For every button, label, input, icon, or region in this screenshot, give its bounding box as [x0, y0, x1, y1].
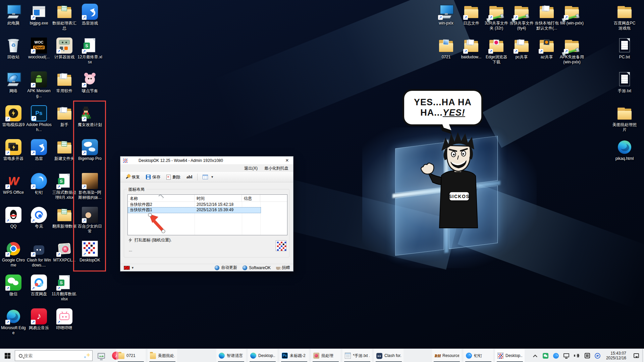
tray-ime[interactable] — [583, 349, 591, 362]
taskbar-button[interactable]: 智谱清言 ... — [216, 349, 246, 362]
desktop-icon[interactable]: ↗ 网易云音乐 — [26, 307, 52, 341]
desktop-icon[interactable]: ↗ Microsoft Edge — [1, 307, 26, 341]
desktop-icon[interactable]: ↗ 三段式数据处理8月.xlsx — [52, 172, 77, 206]
taskbar-button[interactable]: Resource... — [432, 349, 462, 362]
menu-exit[interactable]: 退出(X) — [244, 166, 258, 171]
desktop-icon[interactable]: ↗ 美图批处理照片 — [612, 104, 637, 138]
desktop-icon[interactable]: ↗ 新手 — [52, 104, 77, 138]
desktop-icon[interactable]: ↗ 手游.txt — [612, 70, 637, 104]
desktop-icon[interactable]: ↗ 翻库新增数据 — [52, 206, 77, 240]
desktop-icon[interactable]: ↗ pikaq.html — [612, 138, 637, 172]
tray-network[interactable] — [562, 349, 571, 362]
desktop-icon[interactable]: ↗ 网络 — [1, 70, 26, 104]
desktop-icon[interactable]: ↗ 日志文件 — [459, 3, 484, 37]
desktop-icon[interactable]: ↗ Bigemap Pro — [77, 138, 103, 172]
taskbar-button[interactable]: Desktop... — [495, 349, 525, 362]
desktop-icon[interactable]: ↗ az共享 — [534, 37, 559, 70]
close-button[interactable]: ✕ — [281, 157, 293, 165]
shortcut-arrow-icon: ↗ — [564, 49, 569, 54]
desktop-icon[interactable]: ↗ 雷电多开器 — [1, 138, 26, 172]
menu-minimize-to-tray[interactable]: 最小化到托盘 — [264, 166, 288, 171]
desktop-icon[interactable]: ↗ 魔女改造计划 — [77, 104, 103, 138]
desktop-icon[interactable]: ↗ bigjpg.exe — [26, 3, 52, 37]
taskbar-button[interactable]: 0721 — [116, 349, 146, 362]
chevron-down-icon[interactable]: ▼ — [131, 266, 134, 269]
desktop-icon[interactable]: ↗ 计算器游戏 — [52, 37, 77, 70]
desktop-icon[interactable]: ↗ 影色渐染~阿斯林顿的妹... — [77, 172, 103, 206]
action-center-button[interactable] — [631, 349, 642, 362]
desktop-icon[interactable]: ↗ 微信 — [1, 274, 26, 307]
desktop-icon[interactable]: ↗ DesktopOK — [77, 240, 103, 274]
desktop-icon[interactable]: ↗ APK失效备用 (win-pxlx) — [559, 37, 585, 70]
desktop-icon[interactable]: ↗ WPS Office — [1, 172, 26, 206]
save-button[interactable]: 保存 — [143, 173, 163, 182]
tray-ifly-input[interactable] — [594, 349, 602, 362]
table-row[interactable]: 当快软件园2 2025/12/16 15:42:18 — [128, 202, 287, 207]
desktop-icon[interactable]: ↗ 当快共享文件 (tly4) — [509, 3, 534, 37]
desktop-icon[interactable]: ↗ Google Chrome — [1, 240, 26, 274]
window-titlebar[interactable]: DesktopOK 12.25 - Wow64 - Admin 1920x108… — [120, 157, 293, 165]
desktop-icon[interactable]: ↗ APK Messeng... — [26, 70, 52, 104]
desktop-icon[interactable]: ↗ 32R共享文件夹 (32r) — [484, 3, 509, 37]
desktop-icon[interactable]: ↗ 常用软件 — [52, 70, 77, 104]
taskbar-button[interactable]: Desktop... — [248, 349, 277, 362]
desktop-icon[interactable]: ↗ 啵点节奏 — [77, 70, 103, 104]
tray-volume[interactable] — [573, 349, 581, 362]
softwareok-link[interactable]: SoftwareOK — [243, 265, 271, 270]
show-desktop-strip[interactable] — [642, 349, 644, 362]
desktop-icon[interactable]: ↗ 11月翻库数据.xlsx — [52, 274, 77, 307]
desktop-icon[interactable]: ↗ Adobe Photosh... — [26, 104, 52, 138]
column-header-info[interactable]: 信息 — [242, 195, 260, 201]
tray-expand-button[interactable] — [531, 349, 539, 362]
desktop-icon[interactable]: ↗ 迅雷 — [26, 138, 52, 172]
desktop-icon[interactable]: ↗ Clash for Windows.... — [26, 240, 52, 274]
more-ellipsis[interactable]: ... — [129, 248, 132, 252]
taskbar-button[interactable]: 钉钉 — [464, 349, 493, 362]
desktop-icon[interactable]: ↗ Edge浏览器下载 — [484, 37, 509, 70]
taskbar-search[interactable] — [15, 350, 93, 361]
desktop-icon[interactable]: ↗ win-pxlx — [433, 3, 459, 37]
taskbar-button[interactable]: Clash for... — [374, 349, 404, 362]
color-flag-swatch[interactable] — [124, 266, 130, 270]
desktop-icon[interactable]: ↗ file (win-pxlx) — [559, 3, 585, 37]
tray-wechat[interactable] — [542, 349, 550, 362]
desktop-icon[interactable]: ↗ woccloud(... — [26, 37, 52, 70]
search-input[interactable] — [22, 353, 83, 358]
system-monitor-button[interactable] — [95, 349, 108, 362]
desktop-icon[interactable]: ↗ baidudow... — [459, 37, 484, 70]
desktop-icon[interactable]: ↗ 百度网盘PC游戏包 — [612, 3, 637, 37]
desktop-icon[interactable]: ↗ 0721 — [433, 37, 459, 70]
taskbar-clock[interactable]: 15:43:07 2025/12/16 — [604, 351, 628, 360]
start-button[interactable] — [0, 349, 15, 362]
restore-button[interactable]: 恢复 — [123, 173, 143, 182]
desktop-icon[interactable]: ↗ 12月最终章.xlsx — [77, 37, 103, 70]
desktop-icon[interactable]: ↗ 迅雷游戏 — [77, 3, 103, 37]
column-header-time[interactable]: 时间 — [195, 195, 242, 201]
desktop-icon[interactable]: ↗ PC.txt — [612, 37, 637, 70]
desktop-icon[interactable]: ↗ 当快本地打包默认文件(... — [534, 3, 559, 37]
desktop-icon[interactable]: ↗ 哔哩哔哩 — [52, 307, 77, 341]
desktop-icon[interactable]: ↗ 数据处理表汇总 — [52, 3, 77, 37]
shuffle-icons-option[interactable]: 打乱图标 (随机位置). — [128, 237, 172, 243]
desktop-icon[interactable]: ↗ 此电脑 — [1, 3, 26, 37]
desktop-icon[interactable]: ↗ pc共享 — [509, 37, 534, 70]
delete-button[interactable]: 删除 — [164, 173, 183, 182]
desktop-icon[interactable]: ↗ 回收站 — [1, 37, 26, 70]
taskbar-button[interactable]: 批处理 — [311, 349, 340, 362]
donate-link[interactable]: 捐赠 — [276, 265, 290, 270]
view-dropdown-button[interactable]: ▼ — [200, 173, 216, 181]
desktop-icon[interactable]: ↗ MTXXPCL... — [52, 240, 77, 274]
desktop-icon[interactable]: ↗ 新建文件夹 — [52, 138, 77, 172]
desktop-icon[interactable]: ↗ QQ — [1, 206, 26, 240]
desktop-icon[interactable]: ↗ 百合少女的日常 — [77, 206, 103, 240]
taskbar-button[interactable]: 美图批处... — [148, 349, 177, 362]
desktop-icon[interactable]: ↗ 百度网盘 — [26, 274, 52, 307]
desktop-icon[interactable]: ↗ 钉钉 — [26, 172, 52, 206]
taskbar-button[interactable]: *手游.txt ... — [342, 349, 372, 362]
desktop-icon[interactable]: ↗ 夸克 — [26, 206, 52, 240]
tray-dingtalk[interactable] — [552, 349, 560, 362]
auto-update-link[interactable]: 自动更新 — [215, 265, 237, 270]
desktop-icon[interactable]: ↗ 雷电模拟器9 — [1, 104, 26, 138]
taskbar-button[interactable]: 未标题-2 ... — [279, 349, 309, 362]
rename-abl-button[interactable]: abl — [184, 173, 195, 181]
